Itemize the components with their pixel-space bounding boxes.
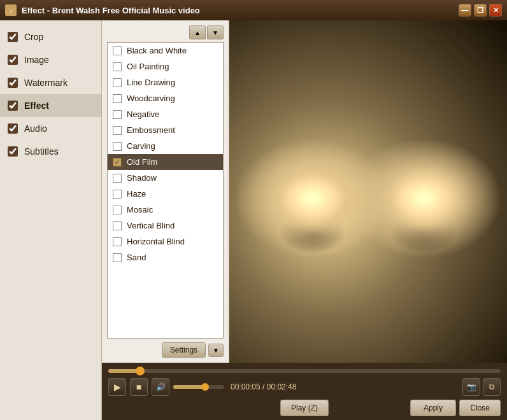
effect-item-negative[interactable]: Negative — [108, 106, 223, 122]
sidebar-label-image: Image — [24, 55, 49, 65]
minimize-button[interactable]: — — [459, 4, 471, 17]
pip-button[interactable]: ⧉ — [483, 378, 501, 396]
apply-button[interactable]: Apply — [410, 400, 456, 416]
effect-item-mosaic[interactable]: Mosaic — [108, 202, 223, 218]
effect-checkbox-mosaic — [113, 206, 122, 214]
sidebar-item-audio[interactable]: Audio — [0, 117, 101, 140]
snapshot-button[interactable]: 📷 — [462, 378, 480, 396]
volume-fill — [173, 385, 204, 389]
sidebar-label-audio: Audio — [24, 123, 47, 134]
effect-item-vertical-blind[interactable]: Vertical Blind — [108, 218, 223, 234]
sidebar-checkbox-watermark[interactable] — [8, 78, 18, 88]
effect-item-black-white[interactable]: Black and White — [108, 43, 223, 59]
effect-checkbox-oil-painting — [113, 62, 122, 71]
right-control-buttons: 📷 ⧉ — [462, 378, 501, 396]
sidebar: CropImageWatermarkEffectAudioSubtitles — [0, 20, 102, 420]
video-frame — [229, 20, 507, 363]
play-button[interactable]: ▶ — [108, 378, 126, 396]
effect-label-oil-painting: Oil Painting — [127, 62, 169, 71]
restore-button[interactable]: ❐ — [474, 4, 487, 17]
effect-label-carving: Carving — [127, 141, 155, 151]
close-button[interactable]: Close — [459, 400, 501, 416]
seek-bar-fill — [108, 369, 139, 373]
sidebar-label-subtitles: Subtitles — [24, 146, 59, 157]
sidebar-item-effect[interactable]: Effect — [0, 94, 101, 117]
video-preview — [229, 20, 507, 363]
sidebar-item-subtitles[interactable]: Subtitles — [0, 140, 101, 163]
main-area: ▲ ▼ Black and WhiteOil PaintingLine Draw… — [102, 20, 507, 420]
effect-label-negative: Negative — [127, 109, 159, 119]
sidebar-item-crop[interactable]: Crop — [0, 25, 101, 48]
effect-label-woodcarving: Woodcarving — [127, 94, 175, 103]
effect-label-shadow: Shadow — [127, 173, 157, 183]
effect-item-horizontal-blind[interactable]: Horizontal Blind — [108, 234, 223, 249]
time-current: 00:00:05 — [231, 382, 261, 391]
effect-checkbox-black-white — [113, 46, 122, 55]
volume-bar[interactable] — [173, 385, 224, 389]
scroll-buttons: ▲ ▼ — [107, 25, 224, 39]
settings-row: Settings ▼ — [107, 342, 224, 358]
sidebar-checkbox-audio[interactable] — [8, 123, 18, 134]
content-area: CropImageWatermarkEffectAudioSubtitles ▲… — [0, 20, 507, 420]
effect-item-carving[interactable]: Carving — [108, 138, 223, 154]
effect-label-haze: Haze — [127, 189, 146, 199]
sidebar-item-image[interactable]: Image — [0, 48, 101, 71]
effect-label-vertical-blind: Vertical Blind — [127, 221, 175, 230]
scroll-up-button[interactable]: ▲ — [189, 25, 206, 39]
sidebar-checkbox-image[interactable] — [8, 55, 18, 65]
sidebar-checkbox-crop[interactable] — [8, 32, 18, 42]
controls-row: ▶ ■ 🔊 00:00:05 / 00:02:48 📷 ⧉ — [108, 378, 501, 396]
effect-item-embossment[interactable]: Embossment — [108, 122, 223, 138]
sidebar-checkbox-effect[interactable] — [8, 101, 18, 111]
stop-button[interactable]: ■ — [130, 378, 148, 396]
effect-checkbox-shadow — [113, 174, 122, 183]
effect-checkbox-line-drawing — [113, 78, 122, 87]
window-title: Effect - Brent Walsh Free Official Music… — [22, 6, 459, 15]
effect-label-horizontal-blind: Horizontal Blind — [127, 237, 185, 246]
effect-item-old-film[interactable]: Old Film — [108, 154, 223, 170]
sidebar-label-watermark: Watermark — [24, 78, 68, 88]
effect-checkbox-horizontal-blind — [113, 237, 122, 246]
play-z-button[interactable]: Play (Z) — [280, 400, 329, 416]
time-display: 00:00:05 / 00:02:48 — [231, 382, 459, 391]
effect-checkbox-carving — [113, 142, 122, 151]
window-buttons: — ❐ ✕ — [459, 4, 502, 17]
effect-checkbox-haze — [113, 190, 122, 199]
effect-item-woodcarving[interactable]: Woodcarving — [108, 90, 223, 106]
effect-checkbox-sand — [113, 253, 122, 262]
close-window-button[interactable]: ✕ — [489, 4, 502, 17]
scroll-down-button[interactable]: ▼ — [207, 25, 224, 39]
effect-item-sand[interactable]: Sand — [108, 249, 223, 265]
video-area — [229, 20, 507, 363]
sidebar-checkbox-subtitles[interactable] — [8, 146, 18, 157]
settings-dropdown-button[interactable]: ▼ — [208, 344, 224, 357]
title-bar: ♪ Effect - Brent Walsh Free Official Mus… — [0, 0, 507, 20]
effect-checkbox-old-film — [113, 158, 122, 167]
effects-list[interactable]: Black and WhiteOil PaintingLine DrawingW… — [107, 42, 224, 339]
effect-label-embossment: Embossment — [127, 125, 175, 135]
effect-item-haze[interactable]: Haze — [108, 186, 223, 202]
controls-area: ▶ ■ 🔊 00:00:05 / 00:02:48 📷 ⧉ — [102, 363, 507, 420]
effect-checkbox-embossment — [113, 126, 122, 135]
seek-handle[interactable] — [136, 367, 145, 375]
effect-item-line-drawing[interactable]: Line Drawing — [108, 74, 223, 90]
effect-item-shadow[interactable]: Shadow — [108, 170, 223, 186]
effect-label-black-white: Black and White — [127, 46, 187, 55]
volume-handle[interactable] — [201, 383, 209, 391]
effect-checkbox-vertical-blind — [113, 221, 122, 230]
effect-checkbox-negative — [113, 110, 122, 119]
app-icon: ♪ — [5, 4, 17, 16]
effect-label-sand: Sand — [127, 253, 146, 262]
effect-item-oil-painting[interactable]: Oil Painting — [108, 59, 223, 74]
bottom-row: Play (Z) Apply Close — [108, 400, 501, 416]
effects-video-area: ▲ ▼ Black and WhiteOil PaintingLine Draw… — [102, 20, 507, 363]
volume-button[interactable]: 🔊 — [152, 378, 169, 396]
effects-panel: ▲ ▼ Black and WhiteOil PaintingLine Draw… — [102, 20, 229, 363]
seek-bar[interactable] — [108, 369, 501, 373]
sidebar-item-watermark[interactable]: Watermark — [0, 71, 101, 94]
time-total: 00:02:48 — [267, 382, 297, 391]
sidebar-label-effect: Effect — [24, 101, 49, 111]
settings-button[interactable]: Settings — [162, 342, 206, 358]
effect-checkbox-woodcarving — [113, 94, 122, 103]
effect-label-line-drawing: Line Drawing — [127, 78, 175, 87]
